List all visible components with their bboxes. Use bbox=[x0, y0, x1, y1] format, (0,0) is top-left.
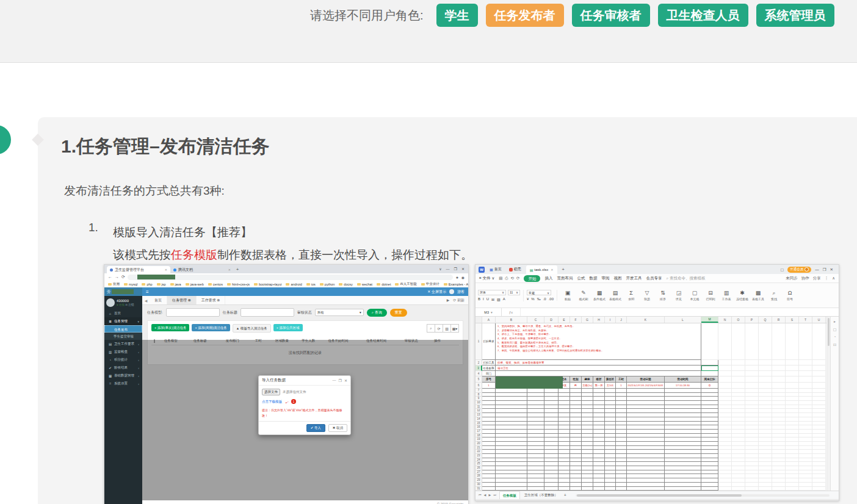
collab-item[interactable]: 未同步 bbox=[786, 276, 798, 281]
cell[interactable] bbox=[482, 454, 496, 458]
cell[interactable] bbox=[527, 462, 544, 466]
column-header-J[interactable]: J bbox=[616, 317, 627, 323]
cell[interactable] bbox=[593, 430, 605, 434]
cell[interactable] bbox=[665, 405, 701, 409]
role-button-学生[interactable]: 学生 bbox=[436, 4, 478, 27]
cell[interactable] bbox=[627, 474, 665, 478]
bookmark-item[interactable]: AI人工智能 bbox=[395, 282, 416, 286]
status-icon[interactable]: ⊕ bbox=[833, 500, 835, 501]
cell[interactable] bbox=[482, 401, 496, 405]
bookmark-item[interactable]: python bbox=[320, 283, 335, 286]
cell[interactable] bbox=[582, 409, 593, 413]
cell[interactable] bbox=[772, 487, 786, 491]
cell[interactable] bbox=[593, 470, 605, 475]
ribbon-item-单元格[interactable]: ▢单元格 bbox=[687, 290, 702, 301]
cell[interactable] bbox=[544, 442, 559, 446]
cell[interactable] bbox=[786, 371, 799, 376]
cell[interactable] bbox=[593, 462, 605, 466]
cell[interactable] bbox=[718, 454, 732, 458]
cell[interactable] bbox=[665, 483, 701, 487]
sheet-nav-icon[interactable]: ▶ bbox=[488, 493, 491, 497]
cell[interactable] bbox=[732, 446, 745, 450]
number-format-button[interactable]: % bbox=[531, 297, 534, 301]
cell-name-box[interactable]: M3▾ bbox=[476, 308, 502, 316]
cell[interactable] bbox=[616, 442, 627, 446]
cell[interactable] bbox=[616, 466, 627, 470]
cell[interactable] bbox=[627, 470, 665, 475]
cell-A1[interactable]: 打扫要求 bbox=[482, 323, 496, 360]
cell[interactable] bbox=[582, 422, 593, 426]
spreadsheet-grid[interactable]: ABCDEFGHIJKLMNOPQRSTU 1打扫要求1、室内地面扫、拖、整洁干… bbox=[476, 317, 826, 491]
rail-icon[interactable]: ▸ bbox=[834, 319, 836, 323]
cell[interactable] bbox=[759, 434, 772, 438]
cell[interactable] bbox=[527, 483, 544, 487]
cell[interactable] bbox=[799, 442, 812, 446]
cell[interactable] bbox=[559, 478, 570, 483]
cell[interactable] bbox=[605, 466, 616, 470]
cell[interactable] bbox=[786, 483, 799, 487]
cell[interactable] bbox=[559, 401, 570, 405]
cell[interactable] bbox=[527, 409, 544, 413]
scroll-thumb[interactable] bbox=[828, 318, 830, 346]
cell[interactable] bbox=[786, 425, 799, 430]
cell[interactable] bbox=[718, 458, 732, 463]
cell[interactable] bbox=[745, 417, 759, 422]
cell[interactable] bbox=[701, 454, 718, 458]
cell[interactable] bbox=[605, 487, 616, 491]
cell[interactable] bbox=[759, 360, 772, 365]
cell[interactable] bbox=[799, 474, 812, 478]
number-format-button[interactable]: .00 bbox=[549, 297, 554, 301]
cell[interactable] bbox=[732, 401, 745, 405]
sidebar-item-验收结果[interactable]: ✔验收结果‹ bbox=[104, 364, 142, 372]
cell[interactable] bbox=[570, 454, 582, 458]
cell[interactable] bbox=[759, 474, 772, 478]
header-avatar[interactable] bbox=[449, 289, 454, 294]
cell[interactable] bbox=[582, 466, 593, 470]
cell[interactable] bbox=[812, 405, 826, 409]
page-tab-0[interactable]: 首页 bbox=[150, 296, 167, 304]
browser-nav-icon[interactable]: ← bbox=[108, 275, 112, 279]
cell[interactable] bbox=[527, 430, 544, 434]
ribbon-item-筛选[interactable]: ▽筛选 bbox=[640, 290, 654, 301]
font-style-button[interactable]: B bbox=[478, 297, 480, 301]
ribbon-item-行和列[interactable]: ⊟行和列 bbox=[703, 290, 718, 301]
choose-file-button[interactable]: 选择文件 bbox=[262, 389, 280, 395]
cell[interactable] bbox=[732, 450, 745, 454]
member-pill[interactable]: 开通会员 bbox=[787, 267, 811, 273]
cell[interactable] bbox=[665, 437, 701, 442]
cell[interactable] bbox=[544, 454, 559, 458]
cell[interactable] bbox=[627, 417, 665, 422]
cell[interactable] bbox=[732, 389, 745, 393]
cell[interactable] bbox=[732, 478, 745, 483]
cell[interactable] bbox=[582, 437, 593, 442]
cell[interactable] bbox=[665, 446, 701, 450]
cell[interactable] bbox=[527, 422, 544, 426]
cell[interactable] bbox=[759, 437, 772, 442]
cell[interactable] bbox=[732, 397, 745, 401]
cell[interactable] bbox=[570, 450, 582, 454]
cell[interactable] bbox=[745, 397, 759, 401]
sidebar-item-任务管理[interactable]: ≣任务管理▾ bbox=[104, 317, 142, 325]
cell[interactable] bbox=[786, 397, 799, 401]
cell[interactable] bbox=[786, 462, 799, 466]
cell[interactable] bbox=[799, 417, 812, 422]
cell[interactable] bbox=[745, 405, 759, 409]
cell[interactable] bbox=[616, 454, 627, 458]
cell[interactable] bbox=[812, 323, 826, 360]
header-cell-G5[interactable]: 建筑 bbox=[582, 376, 593, 383]
cell[interactable] bbox=[559, 474, 570, 478]
cell[interactable] bbox=[772, 422, 786, 426]
refresh-button[interactable]: ⟳ 刷新 bbox=[453, 298, 465, 303]
cell[interactable] bbox=[527, 434, 544, 438]
cell[interactable] bbox=[496, 409, 527, 413]
new-tab-button[interactable]: + bbox=[234, 266, 241, 273]
cell[interactable] bbox=[616, 470, 627, 475]
data-cell-M6[interactable]: 否 bbox=[701, 383, 718, 389]
cell[interactable] bbox=[701, 397, 718, 401]
cell[interactable] bbox=[745, 437, 759, 442]
row-header-14[interactable]: 14 bbox=[476, 417, 482, 422]
cell[interactable] bbox=[582, 483, 593, 487]
cell[interactable] bbox=[527, 389, 544, 393]
cell[interactable] bbox=[812, 434, 826, 438]
cell[interactable] bbox=[759, 389, 772, 393]
